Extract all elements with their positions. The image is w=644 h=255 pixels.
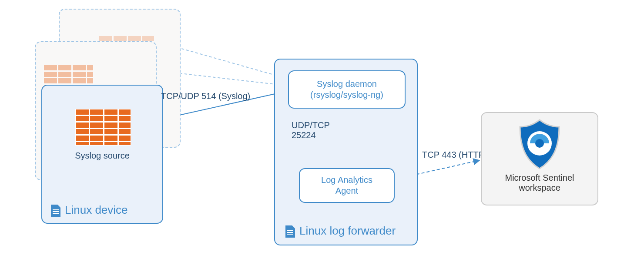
arrow-label-syslog: TCP/UDP 514 (Syslog) [161, 91, 250, 101]
syslog-daemon-node: Syslog daemon (rsyslog/syslog-ng) [288, 70, 406, 109]
arrow-ghost-1 [163, 43, 283, 77]
la-agent-text1: Log Analytics [321, 175, 372, 185]
internal-port-label-2: 25224 [292, 130, 330, 140]
log-analytics-agent-node: Log Analytics Agent [299, 168, 395, 203]
sentinel-label-1: Microsoft Sentinel [482, 173, 597, 183]
la-agent-text2: Agent [321, 185, 372, 196]
linux-log-forwarder: Syslog daemon (rsyslog/syslog-ng) Log An… [274, 59, 418, 245]
document-icon [51, 205, 60, 217]
linux-device-title: Linux device [65, 203, 128, 217]
document-icon [285, 225, 295, 238]
sentinel-shield-icon [516, 118, 564, 170]
linux-log-forwarder-title: Linux log forwarder [299, 224, 396, 238]
internal-port-label-1: UDP/TCP [292, 120, 330, 130]
svg-point-1 [535, 139, 544, 148]
microsoft-sentinel-workspace: Microsoft Sentinel workspace [481, 112, 598, 205]
sentinel-label-2: workspace [482, 183, 597, 193]
syslog-daemon-text1: Syslog daemon [310, 79, 383, 89]
syslog-daemon-text2: (rsyslog/syslog-ng) [310, 89, 383, 100]
firewall-icon [75, 109, 131, 146]
linux-device: Syslog source Linux device [41, 85, 163, 224]
arrow-ghost-2 [165, 72, 283, 85]
syslog-source-label: Syslog source [42, 151, 162, 161]
